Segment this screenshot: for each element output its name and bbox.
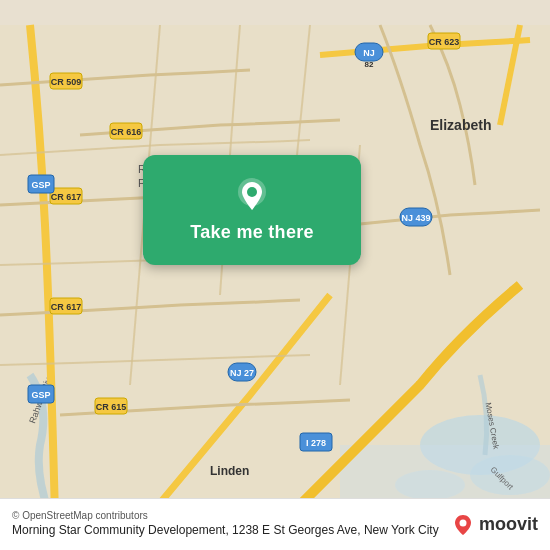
map-svg: Rahway River Moses Creek	[0, 0, 550, 550]
address-text: Morning Star Community Developement, 123…	[12, 523, 443, 539]
svg-text:NJ: NJ	[363, 48, 375, 58]
svg-text:Elizabeth: Elizabeth	[430, 117, 491, 133]
bottom-bar: © OpenStreetMap contributors Morning Sta…	[0, 498, 550, 550]
svg-text:GSP: GSP	[31, 180, 50, 190]
svg-point-39	[459, 519, 466, 526]
svg-text:CR 616: CR 616	[111, 127, 142, 137]
svg-text:NJ 439: NJ 439	[401, 213, 430, 223]
map-container: Rahway River Moses Creek	[0, 0, 550, 550]
svg-text:CR 617: CR 617	[51, 302, 82, 312]
osm-credit: © OpenStreetMap contributors	[12, 510, 443, 521]
address-section: © OpenStreetMap contributors Morning Sta…	[12, 510, 443, 539]
svg-text:NJ 27: NJ 27	[230, 368, 254, 378]
moovit-logo-icon	[451, 513, 475, 537]
svg-text:CR 623: CR 623	[429, 37, 460, 47]
svg-text:CR 615: CR 615	[96, 402, 127, 412]
take-me-there-button[interactable]: Take me there	[143, 155, 361, 265]
svg-text:GSP: GSP	[31, 390, 50, 400]
svg-text:82: 82	[365, 60, 374, 69]
moovit-brand-text: moovit	[479, 514, 538, 535]
svg-text:CR 617: CR 617	[51, 192, 82, 202]
svg-text:Linden: Linden	[210, 464, 249, 478]
moovit-logo: moovit	[451, 513, 538, 537]
svg-point-38	[247, 187, 257, 197]
svg-text:CR 509: CR 509	[51, 77, 82, 87]
take-me-there-label: Take me there	[190, 222, 314, 243]
svg-text:I 278: I 278	[306, 438, 326, 448]
location-pin-icon	[234, 178, 270, 214]
